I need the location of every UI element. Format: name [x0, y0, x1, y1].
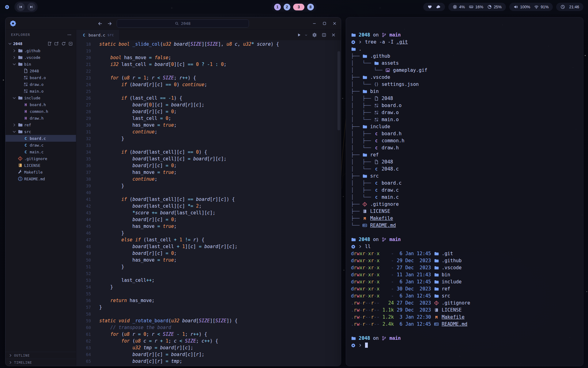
code-line-30: 30 has_move = true;	[76, 122, 341, 128]
code-line-51: 51 }	[76, 263, 341, 270]
code-line-56: 56 return has_move;	[76, 297, 341, 304]
code-line-36: 36 board[r][c] = 0;	[76, 162, 341, 169]
tab-board-c[interactable]: C board.c src	[76, 30, 120, 40]
more-actions-icon[interactable]	[67, 33, 72, 37]
explorer-item-draw.h[interactable]: Hdraw.h	[6, 115, 76, 121]
media-next-button[interactable]	[27, 3, 36, 11]
code-line-44: 44 board[r][c] = 0;	[76, 216, 341, 223]
media-prev-button[interactable]	[17, 3, 25, 11]
code-line-43: 43 *score += board[last_cell][c];	[76, 209, 341, 216]
info-icon	[18, 176, 23, 181]
timeline-section[interactable]: TIMELINE	[6, 359, 76, 366]
collapse-folders-icon[interactable]	[68, 41, 73, 46]
code-line-38: 38 continue;	[76, 176, 341, 182]
code-line-41: 41 if (board[last_cell][c] == board[r][c…	[76, 196, 341, 203]
explorer-item-draw.c[interactable]: Cdraw.c	[6, 142, 76, 148]
mletter-icon: M	[362, 216, 367, 221]
explorer-root-folder[interactable]: 2048	[6, 40, 76, 47]
explorer-item-.github[interactable]: .github	[6, 47, 76, 54]
explorer-file-tree: .github.vscodebin2048board.odraw.omain.o…	[6, 47, 76, 182]
terminal-ll-line: drwxr-xr-x - 6 Jan 12:45 .git	[351, 250, 578, 257]
cletter-icon: C	[374, 188, 379, 193]
mletter-icon: M	[434, 315, 439, 320]
binary-icon	[23, 82, 28, 87]
braces-icon: {}	[374, 82, 379, 87]
code-line-61: 61 for (u8 r = 0; r < SIZE - 1; r++) {	[76, 331, 341, 338]
command-center-search[interactable]: 2048	[117, 19, 249, 28]
explorer-item-.gitignore[interactable]: .gitignore	[6, 155, 76, 162]
chevR-icon	[358, 40, 362, 44]
explorer-item-Makefile[interactable]: Makefile	[6, 169, 76, 175]
explorer-item-board.o[interactable]: board.o	[6, 74, 76, 81]
workspace-1[interactable]: 1	[274, 4, 281, 10]
cletter-icon: C	[374, 167, 379, 171]
workspace-8[interactable]: 8	[307, 4, 314, 10]
explorer-item-board.c[interactable]: Cboard.c	[6, 135, 76, 142]
cletter-icon: C	[374, 181, 379, 186]
flower-icon	[351, 343, 356, 348]
explorer-item-README.md[interactable]: README.md	[6, 175, 76, 182]
explorer-item-draw.o[interactable]: draw.o	[6, 81, 76, 88]
editor-scrollbar[interactable]	[337, 51, 340, 130]
code-line-20: 20 bool has_move = false;	[76, 54, 341, 61]
split-editor-icon[interactable]	[322, 33, 326, 37]
svg-text:C: C	[375, 139, 378, 143]
terminal-prompt-header: 2048 on main	[351, 236, 578, 243]
svg-text:H: H	[24, 102, 27, 107]
terminal-tree-line: .	[351, 46, 578, 53]
search-icon	[175, 21, 179, 25]
close-editor-icon[interactable]	[331, 33, 336, 37]
workspace-2[interactable]: 2	[284, 4, 290, 10]
explorer-item-LICENSE[interactable]: LICENSE	[6, 162, 76, 169]
new-folder-icon[interactable]	[54, 41, 59, 46]
explorer-item-ref[interactable]: ref	[6, 121, 76, 128]
launcher-logo-icon[interactable]	[5, 5, 9, 10]
folder-icon	[434, 265, 439, 270]
explorer-item-include[interactable]: include	[6, 94, 76, 101]
skip-previous-icon	[19, 5, 23, 9]
explorer-item-2048[interactable]: 2048	[6, 67, 76, 74]
settings-gear-icon[interactable]	[312, 33, 317, 37]
weather-widget	[423, 3, 445, 11]
run-code-icon[interactable]	[296, 33, 301, 37]
folder-icon	[362, 174, 367, 178]
maximize-button[interactable]	[322, 21, 327, 26]
outline-section[interactable]: OUTLINE	[6, 352, 76, 359]
close-button[interactable]	[332, 21, 337, 26]
refresh-explorer-icon[interactable]	[61, 41, 66, 46]
svg-text:C: C	[24, 136, 27, 141]
explorer-item-.vscode[interactable]: .vscode	[6, 54, 76, 61]
terminal-content[interactable]: 2048 on main tree -a -I .git .├── .githu…	[346, 17, 583, 366]
code-line-53: 53 last_cell++;	[76, 277, 341, 284]
tab-label: board.c	[89, 33, 105, 37]
code-editor[interactable]: 18static bool _slide_col(u32 board[SIZE]…	[76, 40, 341, 366]
explorer-item-common.h[interactable]: Hcommon.h	[6, 108, 76, 115]
explorer-item-main.o[interactable]: main.o	[6, 88, 76, 94]
code-line-27: 27 board[0][c] = board[r][c];	[76, 102, 341, 108]
explorer-item-src[interactable]: src	[6, 128, 76, 135]
new-file-icon[interactable]	[47, 41, 52, 46]
explorer-item-bin[interactable]: bin	[6, 61, 76, 67]
explorer-item-main.c[interactable]: Cmain.c	[6, 148, 76, 155]
folder-icon	[18, 122, 23, 127]
cletter-icon: C	[23, 143, 28, 148]
code-line-50: 50 has_move = true;	[76, 257, 341, 263]
code-line-57: 57}	[76, 304, 341, 311]
navigate-back-icon[interactable]	[98, 21, 103, 26]
code-line-31: 31 continue;	[76, 128, 341, 135]
code-line-18: 18static bool _slide_col(u32 board[SIZE]…	[76, 41, 341, 48]
terminal-ll-line: drwxr-xr-x - 11 Jan 21:43 bin	[351, 271, 578, 278]
workspace-3[interactable]: 3	[293, 4, 304, 10]
code-line-28: 28 board[r][c] = 0;	[76, 108, 341, 115]
run-dropdown-icon[interactable]	[305, 34, 307, 36]
minimize-button[interactable]	[312, 21, 317, 26]
branch-icon	[382, 237, 386, 242]
git-icon	[434, 301, 439, 305]
code-line-62: 62 for (u8 c = r + 1; c < SIZE; c++) {	[76, 338, 341, 344]
explorer-item-board.h[interactable]: Hboard.h	[6, 101, 76, 108]
binary-icon	[374, 110, 379, 115]
navigate-forward-icon[interactable]	[107, 21, 112, 26]
terminal-tree-line: │ └── C 2048.c	[351, 166, 578, 173]
terminal-tree-line: │ └── {} settings.json	[351, 81, 578, 88]
svg-text:{}: {}	[374, 82, 379, 86]
